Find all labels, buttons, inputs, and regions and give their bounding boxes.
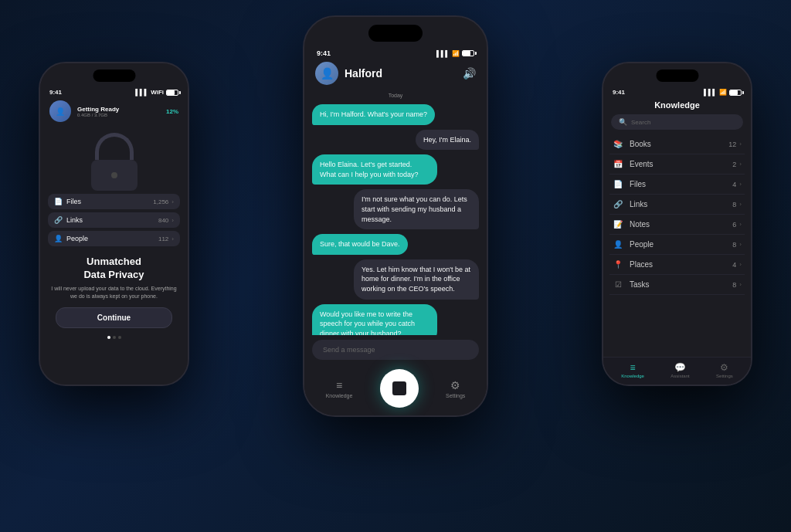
- record-button[interactable]: [380, 369, 419, 408]
- knowledge-row-events[interactable]: 📅 Events 2 ›: [609, 154, 745, 175]
- events-chevron: ›: [739, 161, 742, 168]
- nav-right-assistant[interactable]: 💬 Assistant: [670, 362, 689, 378]
- k-files-count: 4: [732, 181, 736, 188]
- places-icon: 📍: [613, 260, 623, 269]
- right-assistant-icon: 💬: [674, 362, 686, 373]
- k-links-label: Links: [630, 200, 647, 208]
- chat-header: 👤 Halford 🔊: [304, 59, 487, 90]
- tasks-count: 8: [732, 281, 736, 289]
- knowledge-row-tasks[interactable]: ☑ Tasks 8 ›: [609, 275, 745, 295]
- files-count: 1,256: [153, 198, 168, 205]
- bottom-nav-center: ≡ Knowledge ⚙ Settings: [304, 364, 487, 415]
- people-chevron: ›: [171, 236, 174, 242]
- links-chevron: ›: [171, 217, 174, 224]
- knowledge-nav-label: Knowledge: [326, 393, 353, 398]
- events-icon: 📅: [613, 160, 623, 168]
- progress-pct: 12%: [166, 108, 178, 115]
- links-icon: 🔗: [54, 216, 63, 224]
- lock-arc: [95, 133, 134, 160]
- books-icon: 📚: [613, 140, 623, 148]
- progress-title: Getting Ready: [77, 106, 160, 113]
- k-files-label: Files: [630, 180, 646, 188]
- today-label: Today: [312, 93, 479, 98]
- file-row-files[interactable]: 📄 Files 1,256 ›: [48, 194, 180, 209]
- knowledge-row-notes[interactable]: 📝 Notes 6 ›: [609, 215, 745, 235]
- time-center: 9:41: [317, 49, 331, 57]
- k-people-label: People: [630, 240, 654, 249]
- right-knowledge-icon: ≡: [630, 362, 636, 373]
- settings-nav-icon: ⚙: [450, 379, 460, 391]
- signal-left: ▌▌▌: [135, 89, 148, 96]
- k-links-icon: 🔗: [613, 200, 623, 208]
- msg-1: Hi, I'm Halford. What's your name?: [312, 104, 435, 125]
- msg-5: Sure, that would be Dave.: [312, 234, 408, 255]
- signal-right: ▌▌▌: [704, 89, 717, 96]
- nav-right-settings[interactable]: ⚙ Settings: [716, 362, 733, 378]
- books-label: Books: [630, 140, 651, 148]
- events-label: Events: [630, 160, 654, 168]
- msg-6: Yes. Let him know that I won't be at hom…: [354, 259, 479, 300]
- k-links-count: 8: [732, 201, 736, 208]
- places-label: Places: [630, 260, 653, 269]
- people-label: People: [66, 235, 88, 242]
- privacy-text: UnmatchedData Privacy I will never uploa…: [40, 249, 188, 303]
- progress-info: Getting Ready 0.4GB / 3.7GB: [77, 106, 160, 117]
- time-left: 9:41: [49, 89, 62, 96]
- chat-name: Halford: [345, 67, 463, 80]
- battery-right: [729, 90, 742, 96]
- page-dots: [40, 333, 188, 342]
- file-row-links[interactable]: 🔗 Links 840 ›: [48, 212, 180, 228]
- k-links-chevron: ›: [739, 201, 742, 208]
- knowledge-row-places[interactable]: 📍 Places 4 ›: [609, 255, 745, 275]
- speaker-icon[interactable]: 🔊: [463, 67, 476, 80]
- knowledge-row-books[interactable]: 📚 Books 12 ›: [609, 134, 745, 154]
- dynamic-island-right: [656, 69, 698, 82]
- user-progress-row: 👤 Getting Ready 0.4GB / 3.7GB 12%: [40, 97, 188, 125]
- nav-settings[interactable]: ⚙ Settings: [446, 379, 465, 398]
- files-icon: 📄: [54, 198, 63, 205]
- msg-7: Would you like me to write the speech fo…: [312, 304, 437, 335]
- k-files-icon: 📄: [613, 180, 623, 188]
- message-input[interactable]: Send a message: [312, 340, 479, 360]
- privacy-headline: UnmatchedData Privacy: [49, 256, 178, 282]
- knowledge-page-title: Knowledge: [603, 97, 751, 114]
- k-people-icon: 👤: [613, 240, 623, 249]
- notes-label: Notes: [630, 220, 650, 229]
- status-bar-right: 9:41 ▌▌▌ 📶: [603, 86, 751, 97]
- notes-icon: 📝: [613, 220, 623, 229]
- status-bar-left: 9:41 ▌▌▌ WiFi: [40, 86, 188, 97]
- files-chevron: ›: [171, 198, 174, 205]
- dot-2: [113, 336, 116, 339]
- wifi-center: 📶: [452, 50, 460, 57]
- halford-avatar: 👤: [315, 62, 338, 85]
- knowledge-nav-icon: ≡: [336, 379, 342, 391]
- msg-6-row: Yes. Let him know that I won't be at hom…: [312, 259, 479, 300]
- bottom-nav-right: ≡ Knowledge 💬 Assistant ⚙ Settings: [603, 357, 751, 385]
- nav-knowledge[interactable]: ≡ Knowledge: [326, 379, 353, 398]
- msg-1-row: Hi, I'm Halford. What's your name?: [312, 104, 479, 125]
- privacy-subtitle: I will never upload your data to the clo…: [49, 285, 178, 300]
- time-right: 9:41: [613, 89, 625, 96]
- search-placeholder: Search: [631, 119, 650, 126]
- dynamic-island-left: [93, 69, 135, 82]
- books-count: 12: [728, 141, 736, 148]
- knowledge-row-people[interactable]: 👤 People 8 ›: [609, 235, 745, 255]
- file-row-people[interactable]: 👤 People 112 ›: [48, 231, 180, 246]
- people-count: 112: [158, 236, 168, 242]
- status-bar-center: 9:41 ▌▌▌ 📶: [304, 46, 487, 59]
- search-bar[interactable]: 🔍 Search: [611, 114, 743, 130]
- knowledge-row-files[interactable]: 📄 Files 4 ›: [609, 175, 745, 195]
- right-phone: 9:41 ▌▌▌ 📶 Knowledge 🔍 Search 📚 Books: [602, 62, 752, 386]
- k-people-chevron: ›: [739, 241, 742, 248]
- dot-3: [118, 336, 121, 339]
- links-count: 840: [158, 217, 168, 224]
- nav-right-knowledge[interactable]: ≡ Knowledge: [621, 362, 644, 378]
- msg-3: Hello Elaina. Let's get started. What ca…: [312, 154, 437, 185]
- dynamic-island-center: [368, 25, 423, 42]
- events-count: 2: [732, 161, 736, 168]
- continue-button[interactable]: Continue: [56, 307, 172, 328]
- knowledge-row-links[interactable]: 🔗 Links 8 ›: [609, 195, 745, 215]
- file-list: 📄 Files 1,256 › 🔗 Links 840 ›: [40, 191, 188, 249]
- battery-left: [166, 90, 178, 96]
- lock-icon-area: [40, 125, 188, 191]
